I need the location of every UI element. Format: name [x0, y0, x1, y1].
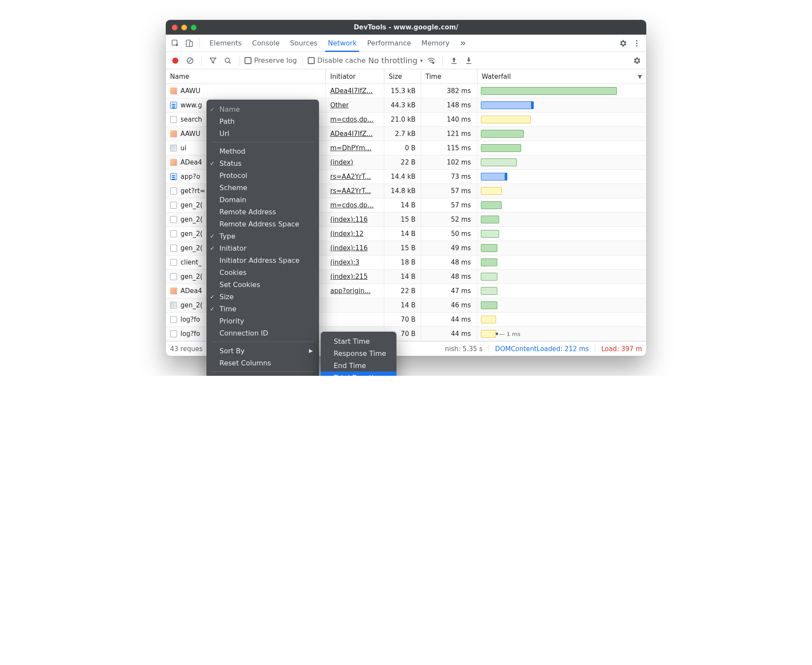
cell-waterfall	[477, 155, 646, 169]
tab-network[interactable]: Network	[322, 35, 362, 52]
cell-time: 52 ms	[421, 213, 477, 226]
cell-initiator[interactable]: app?origin...	[326, 284, 384, 298]
submenu-item-end-time[interactable]: End Time	[321, 359, 396, 371]
cell-size: 14 B	[384, 227, 421, 241]
menu-item-name[interactable]: ✓Name	[206, 103, 319, 115]
cell-size: 22 B	[384, 284, 421, 298]
cell-time: 57 ms	[421, 198, 477, 212]
cell-initiator[interactable]: m=cdos,dp...	[326, 198, 384, 212]
status-request-count: 43 reques	[170, 345, 203, 353]
menu-item-domain[interactable]: Domain	[206, 194, 319, 206]
divider	[239, 56, 239, 65]
status-load: Load: 397 m	[601, 345, 642, 353]
menu-item-scheme[interactable]: Scheme	[206, 181, 319, 194]
preserve-log-checkbox[interactable]: Preserve log	[245, 56, 297, 65]
menu-item-time[interactable]: ✓Time	[206, 303, 319, 315]
avatar-icon	[170, 159, 177, 166]
menu-item-priority[interactable]: Priority	[206, 315, 319, 327]
menu-item-initiator[interactable]: ✓Initiator	[206, 242, 319, 254]
disable-cache-checkbox[interactable]: Disable cache	[308, 56, 366, 65]
document-icon	[170, 173, 177, 180]
svg-point-8	[432, 61, 435, 64]
record-button[interactable]	[169, 55, 181, 67]
tab-performance[interactable]: Performance	[362, 35, 416, 52]
menu-item-sort-by[interactable]: Sort By▶	[206, 345, 319, 357]
divider	[200, 39, 200, 48]
cell-name: AAWU	[166, 84, 326, 98]
tab-elements[interactable]: Elements	[204, 35, 247, 52]
download-har-icon[interactable]	[463, 55, 475, 67]
menu-item-type[interactable]: ✓Type	[206, 230, 319, 242]
close-button[interactable]	[172, 25, 177, 30]
cell-initiator[interactable]: (index):116	[326, 213, 384, 226]
svg-rect-9	[452, 63, 457, 64]
avatar-icon	[170, 87, 177, 94]
more-panels-icon[interactable]	[457, 37, 469, 49]
fullscreen-button[interactable]	[191, 25, 197, 30]
menu-item-reset-columns[interactable]: Reset Columns	[206, 357, 319, 369]
cell-initiator[interactable]: rs=AA2YrT...	[326, 184, 384, 198]
device-toolbar-icon[interactable]	[183, 37, 195, 49]
avatar-icon	[170, 287, 177, 294]
cell-initiator[interactable]: m=cdos,dp...	[326, 113, 384, 126]
throttling-select[interactable]: No throttling ▾	[368, 56, 423, 65]
menu-item-method[interactable]: Method	[206, 145, 319, 157]
inspect-element-icon[interactable]	[169, 37, 181, 49]
file-name-label: ADea4	[180, 158, 202, 166]
cell-time: 148 ms	[421, 98, 477, 112]
network-settings-gear-icon[interactable]	[631, 55, 643, 67]
column-header-name[interactable]: Name	[166, 69, 326, 84]
submenu-item-response-time[interactable]: Response Time	[321, 347, 396, 359]
tab-memory[interactable]: Memory	[416, 35, 455, 52]
menu-item-remote-address[interactable]: Remote Address	[206, 206, 319, 218]
minimize-button[interactable]	[181, 25, 187, 30]
menu-item-set-cookies[interactable]: Set Cookies	[206, 278, 319, 291]
search-icon[interactable]	[222, 55, 234, 67]
menu-item-url[interactable]: Url	[206, 127, 319, 139]
more-menu-icon[interactable]	[631, 37, 643, 49]
menu-item-initiator-address-space[interactable]: Initiator Address Space	[206, 254, 319, 266]
menu-item-path[interactable]: Path	[206, 115, 319, 127]
submenu-item-start-time[interactable]: Start Time	[321, 335, 396, 347]
waterfall-bar	[481, 173, 507, 181]
tab-console[interactable]: Console	[247, 35, 285, 52]
waterfall-bar	[481, 273, 497, 281]
column-header-size[interactable]: Size	[384, 69, 421, 84]
menu-item-status[interactable]: ✓Status	[206, 157, 319, 169]
menu-item-cookies[interactable]: Cookies	[206, 266, 319, 278]
menu-item-remote-address-space[interactable]: Remote Address Space	[206, 218, 319, 230]
column-header-initiator[interactable]: Initiator	[326, 69, 384, 84]
column-header-waterfall[interactable]: Waterfall▼	[477, 69, 646, 84]
cell-initiator[interactable]: ADea4I7IfZ...	[326, 127, 384, 141]
cell-time: 140 ms	[421, 113, 477, 126]
submenu-item-total-duration[interactable]: ✓Total Duration	[321, 371, 396, 376]
cell-initiator[interactable]: m=DhPYm...	[326, 141, 384, 155]
cell-initiator[interactable]: rs=AA2YrT...	[326, 170, 384, 184]
cell-initiator[interactable]: ADea4I7IfZ...	[326, 84, 384, 98]
cell-initiator[interactable]: (index):215	[326, 270, 384, 284]
tab-sources[interactable]: Sources	[285, 35, 322, 52]
table-row[interactable]: AAWUADea4I7IfZ...15.3 kB382 ms	[166, 84, 646, 98]
filter-icon[interactable]	[207, 55, 219, 67]
upload-har-icon[interactable]	[448, 55, 460, 67]
menu-item-protocol[interactable]: Protocol	[206, 169, 319, 181]
cell-initiator[interactable]: (index)	[326, 155, 384, 169]
svg-point-5	[636, 45, 637, 46]
menu-item-connection-id[interactable]: Connection ID	[206, 327, 319, 339]
waterfall-bar	[481, 201, 502, 209]
cell-initiator[interactable]: (index):116	[326, 241, 384, 255]
column-header-time[interactable]: Time	[421, 69, 477, 84]
cell-initiator[interactable]: (index):12	[326, 227, 384, 241]
settings-gear-icon[interactable]	[617, 37, 629, 49]
menu-item-size[interactable]: ✓Size	[206, 291, 319, 303]
cell-size: 70 B	[384, 313, 421, 326]
cell-initiator[interactable]	[326, 313, 384, 326]
cell-initiator[interactable]: (index):3	[326, 255, 384, 269]
cell-initiator[interactable]: Other	[326, 98, 384, 112]
file-name-label: ui	[180, 144, 187, 152]
network-conditions-icon[interactable]	[425, 55, 437, 67]
clear-icon[interactable]	[184, 55, 196, 67]
cell-initiator[interactable]	[326, 298, 384, 312]
menu-item-response-headers[interactable]: Response Headers▶	[206, 374, 319, 376]
cell-size: 18 B	[384, 255, 421, 269]
